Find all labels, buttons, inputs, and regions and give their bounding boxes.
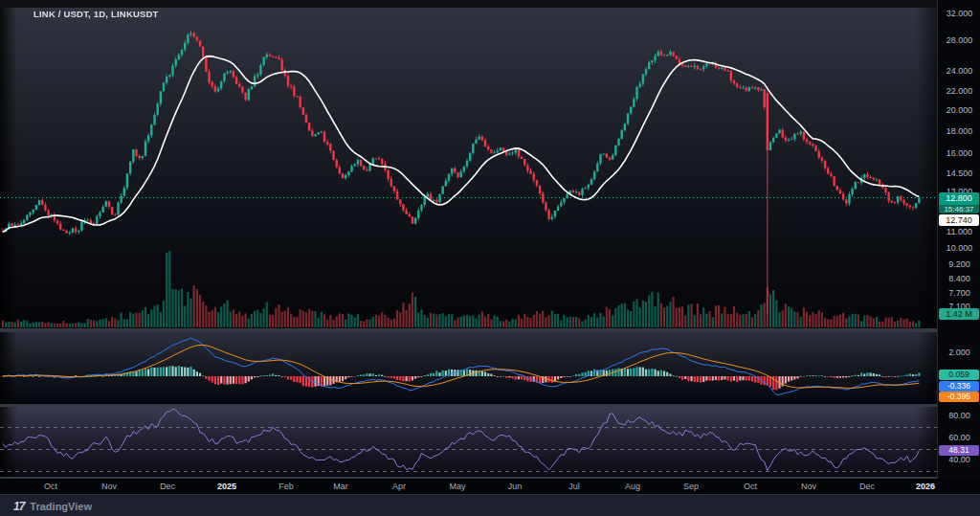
price-axis-label: 24.000 [938, 65, 980, 77]
time-axis-month-label: Jul [568, 482, 580, 492]
symbol-legend[interactable]: LINK / USDT, 1D, LINKUSDT [33, 9, 159, 19]
price-axis-label: 28.000 [938, 34, 980, 46]
time-axis-year-label: 2026 [916, 482, 935, 492]
price-axis-label: 16.000 [938, 147, 980, 159]
price-axis-label: 8.400 [938, 273, 980, 284]
prev-close-badge: 12.740 [939, 214, 979, 226]
time-axis-month-label: Oct [44, 482, 57, 492]
macd-line-badge: -0.336 [939, 381, 979, 392]
time-axis-year-label: 2025 [217, 482, 236, 492]
price-axis-label: 7.700 [938, 287, 980, 299]
time-axis-month-label: Dec [859, 482, 875, 492]
time-axis-month-label: Oct [744, 482, 757, 492]
price-axis-label: 20.000 [938, 104, 980, 116]
time-axis-month-label: May [449, 482, 465, 492]
rsi-axis-label: 60.00 [938, 432, 980, 443]
rsi-value-badge: 48.31 [939, 445, 979, 456]
macd-axis-label: 2.000 [938, 347, 980, 358]
time-axis-month-label: Feb [278, 482, 294, 492]
time-axis-month-label: Mar [333, 482, 348, 492]
tradingview-logo-icon[interactable]: 17 [13, 500, 24, 513]
time-axis-month-label: Aug [625, 482, 640, 492]
time-scale[interactable]: OctNovDec2025FebMarAprMayJunJulAugSepOct… [0, 479, 980, 494]
price-scale[interactable]: 32.00028.00024.00022.00020.00018.00016.0… [937, 0, 980, 479]
macd-signal-badge: -0.395 [939, 392, 979, 402]
pane-separator[interactable] [0, 328, 980, 332]
time-axis-month-label: Apr [392, 482, 406, 492]
tradingview-brand-text[interactable]: TradingView [30, 501, 92, 512]
time-axis-month-label: Jun [508, 482, 523, 492]
price-axis-label: 22.000 [938, 85, 980, 97]
bar-countdown-badge: 15:46:37 [939, 205, 979, 213]
time-axis-month-label: Dec [160, 482, 175, 492]
last-price-badge: 12.800 [939, 192, 979, 205]
time-axis-month-label: Nov [101, 482, 117, 492]
price-axis-label: 14.500 [938, 168, 980, 179]
time-axis-month-label: Sep [683, 482, 699, 492]
time-axis-month-label: Nov [801, 482, 816, 492]
price-axis-label: 10.000 [938, 242, 980, 254]
pane-separator[interactable] [0, 404, 980, 407]
chart-canvas[interactable] [0, 0, 937, 479]
macd-histogram-badge: 0.059 [939, 370, 979, 380]
volume-value-badge: 1.42 M [939, 308, 979, 320]
price-axis-label: 18.000 [938, 125, 980, 137]
rsi-axis-label: 80.00 [938, 410, 980, 421]
price-axis-label: 32.000 [938, 8, 980, 19]
footer-bar: 17 TradingView [0, 494, 980, 516]
price-axis-label: 9.200 [938, 258, 980, 270]
price-axis-label: 11.000 [938, 226, 980, 237]
tradingview-chart-window: LINK / USDT, 1D, LINKUSDT 32.00028.00024… [0, 0, 980, 516]
